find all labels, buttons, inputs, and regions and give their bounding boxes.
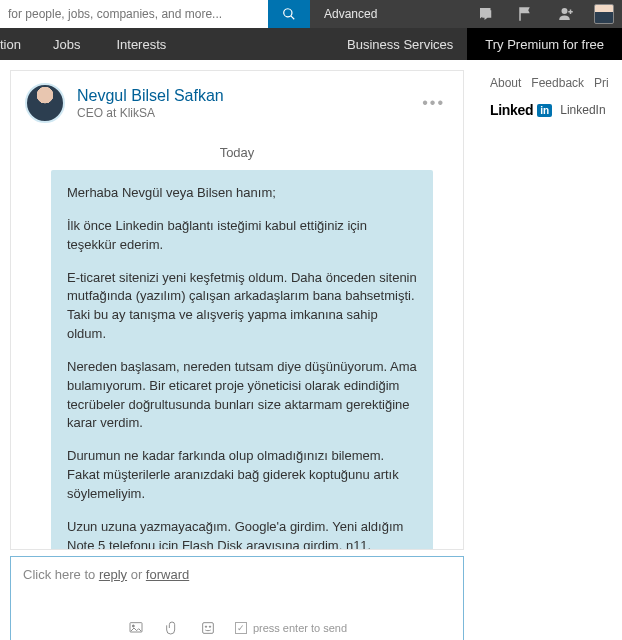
message-card: Nevgul Bilsel Safkan CEO at KlikSA ••• T… bbox=[10, 70, 464, 550]
svg-point-3 bbox=[205, 626, 206, 627]
reply-prefix: Click here to bbox=[23, 567, 99, 582]
feedback-link[interactable]: Feedback bbox=[531, 76, 584, 90]
date-separator: Today bbox=[11, 133, 463, 170]
nav-item-jobs[interactable]: Jobs bbox=[35, 37, 98, 52]
sender-avatar[interactable] bbox=[25, 83, 65, 123]
reply-mid: or bbox=[127, 567, 146, 582]
msg-paragraph: Uzun uzuna yazmayacağım. Google'a girdim… bbox=[67, 518, 417, 549]
msg-text: Uzun uzuna yazmayacağım. Google'a girdim… bbox=[67, 519, 403, 549]
footer-links: About Feedback Pri bbox=[490, 76, 618, 90]
reply-link[interactable]: reply bbox=[99, 567, 127, 582]
side-column: About Feedback Pri Linked in LinkedIn bbox=[474, 60, 622, 640]
press-enter-checkbox[interactable]: ✓ bbox=[235, 622, 247, 634]
msg-paragraph: İlk önce Linkedin bağlantı isteğimi kabu… bbox=[67, 217, 417, 255]
msg-paragraph: Durumun ne kadar farkında olup olmadığın… bbox=[67, 447, 417, 504]
press-enter-option[interactable]: ✓ press enter to send bbox=[235, 622, 347, 634]
paperclip-icon bbox=[164, 620, 180, 636]
msg-paragraph: E-ticaret sitenizi yeni keşfetmiş oldum.… bbox=[67, 269, 417, 344]
avatar-image bbox=[594, 4, 614, 24]
logo-tagline: LinkedIn bbox=[560, 103, 605, 117]
insert-image-button[interactable] bbox=[127, 619, 145, 637]
topbar: Advanced bbox=[0, 0, 622, 28]
add-contact-icon[interactable] bbox=[546, 0, 586, 28]
svg-point-4 bbox=[209, 626, 210, 627]
msg-paragraph: Nereden başlasam, nereden tutsam diye dü… bbox=[67, 358, 417, 433]
svg-point-1 bbox=[132, 625, 134, 627]
reply-box: Click here to reply or forward ✓ press e… bbox=[10, 556, 464, 640]
image-icon bbox=[128, 620, 144, 636]
search-button[interactable] bbox=[268, 0, 310, 28]
advanced-search-link[interactable]: Advanced bbox=[310, 0, 391, 28]
nav-item-business-services[interactable]: Business Services bbox=[333, 37, 467, 52]
forward-link[interactable]: forward bbox=[146, 567, 189, 582]
main-column: Nevgul Bilsel Safkan CEO at KlikSA ••• T… bbox=[0, 60, 474, 640]
emoji-button[interactable] bbox=[199, 619, 217, 637]
flag-icon[interactable] bbox=[506, 0, 546, 28]
linkedin-logo[interactable]: Linked in LinkedIn bbox=[490, 102, 618, 118]
card-header: Nevgul Bilsel Safkan CEO at KlikSA ••• bbox=[11, 71, 463, 133]
nav-item-interests[interactable]: Interests bbox=[98, 37, 184, 52]
me-avatar[interactable] bbox=[586, 0, 622, 28]
sender-name[interactable]: Nevgul Bilsel Safkan bbox=[77, 87, 418, 105]
press-enter-label: press enter to send bbox=[253, 622, 347, 634]
about-link[interactable]: About bbox=[490, 76, 521, 90]
attach-file-button[interactable] bbox=[163, 619, 181, 637]
privacy-link[interactable]: Pri bbox=[594, 76, 609, 90]
nav-item-truncated[interactable]: tion bbox=[0, 37, 35, 52]
reply-input[interactable]: Click here to reply or forward bbox=[11, 557, 463, 613]
msg-paragraph: Merhaba Nevgül veya Bilsen hanım; bbox=[67, 184, 417, 203]
logo-word: Linked bbox=[490, 102, 533, 118]
message-scroll-area[interactable]: Merhaba Nevgül veya Bilsen hanım; İlk ön… bbox=[11, 170, 463, 549]
nav-item-premium[interactable]: Try Premium for free bbox=[467, 28, 622, 60]
messages-icon[interactable] bbox=[466, 0, 506, 28]
svg-rect-2 bbox=[203, 623, 214, 634]
search-input[interactable] bbox=[0, 0, 268, 28]
sender-title: CEO at KlikSA bbox=[77, 106, 418, 120]
smiley-icon bbox=[200, 620, 216, 636]
logo-in-badge: in bbox=[537, 104, 552, 117]
more-options-button[interactable]: ••• bbox=[418, 94, 449, 112]
secondary-nav: tion Jobs Interests Business Services Tr… bbox=[0, 28, 622, 60]
message-bubble: Merhaba Nevgül veya Bilsen hanım; İlk ön… bbox=[51, 170, 433, 549]
reply-toolbar: ✓ press enter to send bbox=[11, 613, 463, 640]
search-icon bbox=[282, 7, 296, 21]
